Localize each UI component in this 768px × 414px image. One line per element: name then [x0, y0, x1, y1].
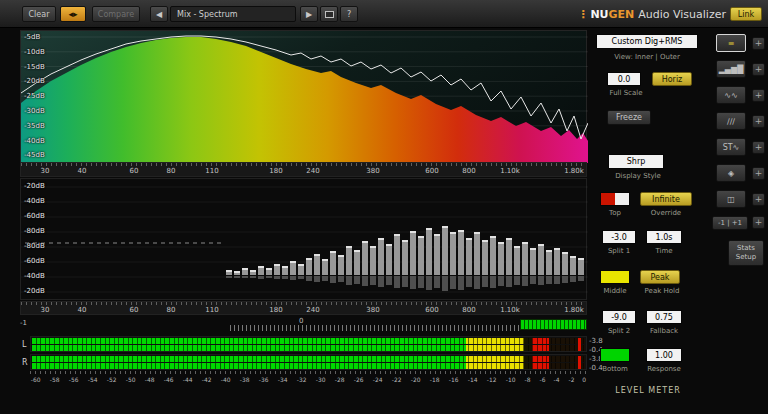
split1-value-field[interactable]: -3.0 — [602, 230, 636, 244]
correlation-meter: -1 0 — [18, 317, 590, 332]
top-label: Top — [600, 209, 630, 217]
view-slot-histogram-button[interactable]: ▂▄▆█ — [716, 60, 746, 78]
nugen-visualizer-window: Clear ◂▸ Compare ◀ Mix - Spectrum ▶ ? ⋮ … — [0, 0, 768, 414]
add-view-button[interactable]: + — [752, 63, 765, 76]
swap-arrows-icon[interactable]: ◂▸ — [60, 6, 86, 22]
spectrum-freq-label: 180 — [269, 167, 282, 176]
stats-setup-button[interactable]: Stats Setup — [728, 240, 764, 266]
view-slot-spectrum-button[interactable]: ≡ — [716, 34, 746, 52]
prev-preset-icon[interactable]: ◀ — [150, 6, 168, 22]
bottom-color-swatch[interactable] — [600, 348, 630, 362]
meter-db-scale: -60-58-56-54-52-50-48-46-44-42-40-38-36-… — [30, 371, 587, 384]
meter-scale-label: -20 — [411, 377, 421, 384]
spectrum-db-label: -25dB — [24, 92, 45, 100]
compare-button[interactable]: Compare — [92, 6, 140, 22]
meter-row-left: L — [18, 336, 590, 353]
histogram-db-label: -20dB — [24, 182, 45, 190]
add-view-button[interactable]: + — [752, 167, 765, 180]
display-icon[interactable] — [320, 6, 338, 22]
bottom-label: Bottom — [596, 365, 634, 373]
add-view-button[interactable]: + — [752, 193, 765, 206]
peak-hold-button[interactable]: Peak — [640, 270, 680, 284]
correlation-ticks — [230, 325, 520, 331]
spectrum-db-label: -45dB — [24, 151, 45, 159]
meter-scale-label: -34 — [278, 377, 288, 384]
level-meters: L R — [18, 336, 590, 371]
meter-scale-label: -18 — [430, 377, 440, 384]
full-scale-value-field[interactable]: 0.0 — [607, 72, 641, 86]
histogram-freq-label: 1.10k — [500, 306, 520, 315]
freeze-button[interactable]: Freeze — [607, 110, 651, 125]
spectrum-freq-label: 40 — [78, 167, 87, 176]
meter-scale-label: -40 — [221, 377, 231, 384]
control-panel: Custom Dig+RMS View: Inner | Outer 0.0 H… — [592, 30, 768, 414]
right-rms-fill — [32, 363, 585, 369]
minus-one-plus-one-button[interactable]: -1 | +1 — [712, 216, 748, 230]
left-peak-fill — [32, 338, 585, 344]
middle-color-swatch[interactable] — [600, 270, 630, 284]
meter-scale-label: -32 — [297, 377, 307, 384]
horiz-button[interactable]: Horiz — [652, 72, 692, 86]
view-slot-spectrogram-button[interactable]: ∕∕∕ — [716, 112, 746, 130]
response-label: Response — [640, 365, 688, 373]
meter-scale-label: -28 — [335, 377, 345, 384]
view-slot-row: ∿∿+ — [710, 86, 768, 104]
meter-scale-label: -52 — [107, 377, 117, 384]
add-view-button[interactable]: + — [752, 89, 765, 102]
left-channel-label: L — [22, 340, 26, 349]
meter-scale-label: -6 — [539, 377, 545, 384]
play-icon[interactable]: ▶ — [300, 6, 318, 22]
spectrum-freq-label: 380 — [366, 167, 379, 176]
histogram-db-label: -20dB — [24, 287, 45, 295]
spectrum-freq-label: 800 — [462, 167, 475, 176]
spectrum-freq-label: 600 — [425, 167, 438, 176]
meter-scale-label: -46 — [164, 377, 174, 384]
time-value-field[interactable]: 1.0s — [646, 230, 682, 244]
histogram-freq-label: 110 — [205, 306, 218, 315]
meter-scale-label: -10 — [506, 377, 516, 384]
meter-scale-label: -14 — [468, 377, 478, 384]
add-view-button[interactable]: + — [752, 115, 765, 128]
fallback-value-field[interactable]: 0.75 — [646, 310, 682, 324]
histogram-db-label: -80dB — [24, 242, 45, 250]
infinite-override-button[interactable]: Infinite — [640, 192, 692, 206]
clear-button[interactable]: Clear — [22, 6, 56, 22]
meter-scale-label: -54 — [88, 377, 98, 384]
histogram-display[interactable]: -20dB-40dB-60dB-80dB-80dB-60dB-40dB-20dB — [20, 178, 587, 300]
response-value-field[interactable]: 1.00 — [646, 348, 682, 362]
add-view-button[interactable]: + — [752, 141, 765, 154]
middle-label: Middle — [596, 287, 634, 295]
spectrum-freq-label: 110 — [205, 167, 218, 176]
view-slot-stereo-button[interactable]: ST∿ — [716, 138, 746, 156]
help-button[interactable]: ? — [340, 6, 358, 22]
meter-mode-select[interactable]: Custom Dig+RMS — [596, 34, 698, 49]
spectrum-freq-label: 30 — [41, 167, 50, 176]
time-label: Time — [646, 247, 682, 255]
add-view-button[interactable]: + — [752, 37, 765, 50]
correlation-min-label: -1 — [20, 319, 27, 327]
add-view-button[interactable]: + — [752, 216, 765, 229]
spectrum-db-label: -10dB — [24, 48, 45, 56]
correlation-zero-label: 0 — [299, 317, 303, 325]
histogram-freq-label: 1.80k — [564, 306, 584, 315]
view-slot-waveform-button[interactable]: ∿∿ — [716, 86, 746, 104]
view-slot-vectorscope-button[interactable]: ◈ — [716, 164, 746, 182]
spectrum-freq-label: 1.10k — [500, 167, 520, 176]
meter-scale-label: -12 — [487, 377, 497, 384]
spectrum-db-label: -35dB — [24, 122, 45, 130]
spectrum-db-label: -15dB — [24, 63, 45, 71]
meter-scale-label: -48 — [145, 377, 155, 384]
histogram-freq-label: 60 — [130, 306, 139, 315]
histogram-freq-label: 240 — [306, 306, 319, 315]
preset-select[interactable]: Mix - Spectrum — [170, 6, 296, 22]
top-color-swatch[interactable] — [600, 192, 630, 206]
display-style-select[interactable]: Shrp — [608, 154, 664, 169]
split2-value-field[interactable]: -9.0 — [602, 310, 636, 324]
view-slot-meter-button[interactable]: ◫ — [716, 190, 746, 208]
meter-scale-label: -58 — [50, 377, 60, 384]
spectrum-display[interactable]: -5dB-10dB-15dB-20dB-25dB-30dB-35dB-40dB-… — [20, 30, 587, 162]
meter-scale-label: -30 — [316, 377, 326, 384]
view-mode-label: View: Inner | Outer — [596, 53, 698, 61]
link-button[interactable]: Link — [730, 7, 762, 21]
toolbar: Clear ◂▸ Compare ◀ Mix - Spectrum ▶ ? ⋮ … — [0, 0, 768, 28]
